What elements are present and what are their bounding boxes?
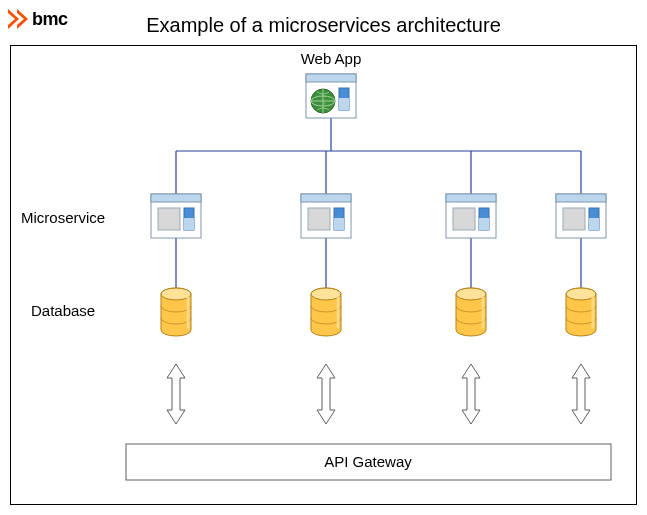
api-gateway-label: API Gateway bbox=[324, 453, 412, 470]
bidirectional-arrow-icon bbox=[462, 364, 480, 424]
bidirectional-arrow-icon bbox=[167, 364, 185, 424]
diagram-title: Example of a microservices architecture bbox=[0, 14, 647, 37]
microservice-node-icon bbox=[446, 194, 496, 238]
database-node-icon bbox=[161, 288, 191, 336]
database-row-label: Database bbox=[31, 302, 95, 319]
webapp-label: Web App bbox=[301, 50, 362, 67]
diagram-frame: Web App Microservice Database API Gate bbox=[10, 45, 637, 505]
architecture-diagram: Web App Microservice Database API Gate bbox=[11, 46, 636, 504]
webapp-node-icon bbox=[306, 74, 356, 118]
microservice-row-label: Microservice bbox=[21, 209, 105, 226]
database-node-icon bbox=[311, 288, 341, 336]
microservice-node-icon bbox=[151, 194, 201, 238]
microservice-node-icon bbox=[556, 194, 606, 238]
connectors bbox=[176, 118, 581, 288]
database-node-icon bbox=[566, 288, 596, 336]
database-node-icon bbox=[456, 288, 486, 336]
bidirectional-arrow-icon bbox=[317, 364, 335, 424]
microservice-node-icon bbox=[301, 194, 351, 238]
bidirectional-arrow-icon bbox=[572, 364, 590, 424]
